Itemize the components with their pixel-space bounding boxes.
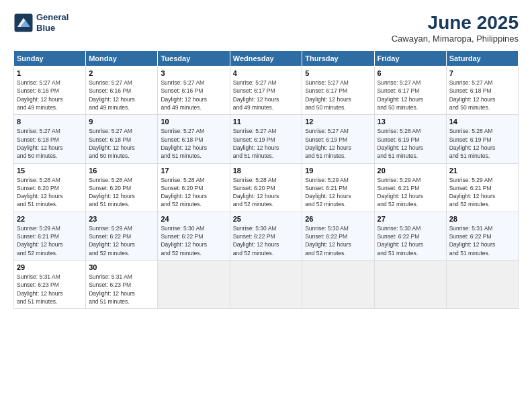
day-info: Sunrise: 5:31 AMSunset: 6:23 PMDaylight:… [17,273,83,306]
calendar-cell: 2Sunrise: 5:27 AMSunset: 6:16 PMDaylight… [86,66,158,115]
calendar-cell: 15Sunrise: 5:28 AMSunset: 6:20 PMDayligh… [14,163,86,212]
day-number: 17 [161,167,226,175]
calendar-cell: 22Sunrise: 5:29 AMSunset: 6:21 PMDayligh… [14,212,86,260]
day-number: 8 [17,118,83,126]
day-number: 20 [378,167,443,175]
calendar-cell: 10Sunrise: 5:27 AMSunset: 6:18 PMDayligh… [158,115,230,163]
weekday-tuesday: Tuesday [158,51,230,66]
day-info: Sunrise: 5:28 AMSunset: 6:19 PMDaylight:… [378,127,443,160]
calendar-week-4: 29Sunrise: 5:31 AMSunset: 6:23 PMDayligh… [14,261,519,309]
day-number: 10 [161,118,226,126]
day-info: Sunrise: 5:31 AMSunset: 6:23 PMDaylight:… [89,273,154,306]
day-number: 24 [161,215,226,223]
weekday-friday: Friday [374,51,446,66]
logo-text: General Blue [36,12,69,33]
header: General Blue June 2025 Cawayan, Mimaropa… [13,12,519,44]
day-number: 12 [305,118,371,126]
logo-line2: Blue [36,23,69,34]
day-number: 7 [449,69,515,77]
calendar-cell [374,261,446,309]
logo-icon [13,13,34,33]
day-number: 29 [17,263,83,271]
day-number: 30 [89,263,154,271]
day-info: Sunrise: 5:30 AMSunset: 6:22 PMDaylight:… [305,224,371,257]
calendar-cell [302,261,374,309]
calendar-cell: 24Sunrise: 5:30 AMSunset: 6:22 PMDayligh… [158,212,230,260]
day-number: 27 [378,215,443,223]
calendar: SundayMondayTuesdayWednesdayThursdayFrid… [13,50,519,309]
calendar-header: SundayMondayTuesdayWednesdayThursdayFrid… [14,51,519,66]
day-info: Sunrise: 5:27 AMSunset: 6:16 PMDaylight:… [17,79,83,111]
day-number: 16 [89,167,154,175]
calendar-cell: 13Sunrise: 5:28 AMSunset: 6:19 PMDayligh… [374,115,446,163]
calendar-week-3: 22Sunrise: 5:29 AMSunset: 6:21 PMDayligh… [14,212,519,260]
calendar-cell [446,261,518,309]
calendar-cell: 25Sunrise: 5:30 AMSunset: 6:22 PMDayligh… [230,212,302,260]
calendar-cell: 17Sunrise: 5:28 AMSunset: 6:20 PMDayligh… [158,163,230,212]
calendar-cell: 11Sunrise: 5:27 AMSunset: 6:19 PMDayligh… [230,115,302,163]
day-info: Sunrise: 5:29 AMSunset: 6:21 PMDaylight:… [378,176,443,209]
calendar-cell: 27Sunrise: 5:30 AMSunset: 6:22 PMDayligh… [374,212,446,260]
calendar-body: 1Sunrise: 5:27 AMSunset: 6:16 PMDaylight… [14,66,519,309]
calendar-week-2: 15Sunrise: 5:28 AMSunset: 6:20 PMDayligh… [14,163,519,212]
calendar-cell: 29Sunrise: 5:31 AMSunset: 6:23 PMDayligh… [14,261,86,309]
day-number: 5 [305,69,371,77]
calendar-cell: 12Sunrise: 5:27 AMSunset: 6:19 PMDayligh… [302,115,374,163]
day-info: Sunrise: 5:27 AMSunset: 6:19 PMDaylight:… [305,127,371,160]
weekday-sunday: Sunday [14,51,86,66]
calendar-cell: 23Sunrise: 5:29 AMSunset: 6:22 PMDayligh… [86,212,158,260]
day-number: 23 [89,215,154,223]
weekday-thursday: Thursday [302,51,374,66]
calendar-week-0: 1Sunrise: 5:27 AMSunset: 6:16 PMDaylight… [14,66,519,115]
calendar-cell: 28Sunrise: 5:31 AMSunset: 6:22 PMDayligh… [446,212,518,260]
day-info: Sunrise: 5:28 AMSunset: 6:20 PMDaylight:… [161,176,226,209]
calendar-cell: 8Sunrise: 5:27 AMSunset: 6:18 PMDaylight… [14,115,86,163]
calendar-cell: 5Sunrise: 5:27 AMSunset: 6:17 PMDaylight… [302,66,374,115]
weekday-monday: Monday [86,51,158,66]
calendar-cell: 21Sunrise: 5:29 AMSunset: 6:21 PMDayligh… [446,163,518,212]
calendar-cell [158,261,230,309]
day-number: 14 [449,118,515,126]
day-info: Sunrise: 5:27 AMSunset: 6:17 PMDaylight:… [305,79,371,111]
day-number: 1 [17,69,83,77]
calendar-cell: 19Sunrise: 5:29 AMSunset: 6:21 PMDayligh… [302,163,374,212]
day-info: Sunrise: 5:27 AMSunset: 6:16 PMDaylight:… [161,79,226,111]
calendar-cell: 26Sunrise: 5:30 AMSunset: 6:22 PMDayligh… [302,212,374,260]
day-info: Sunrise: 5:27 AMSunset: 6:17 PMDaylight:… [233,79,299,111]
day-number: 3 [161,69,226,77]
day-info: Sunrise: 5:27 AMSunset: 6:19 PMDaylight:… [233,127,299,160]
day-info: Sunrise: 5:27 AMSunset: 6:18 PMDaylight:… [17,127,83,160]
day-number: 9 [89,118,154,126]
day-info: Sunrise: 5:27 AMSunset: 6:18 PMDaylight:… [161,127,226,160]
day-info: Sunrise: 5:29 AMSunset: 6:21 PMDaylight:… [17,224,83,257]
day-info: Sunrise: 5:29 AMSunset: 6:22 PMDaylight:… [89,224,154,257]
day-number: 22 [17,215,83,223]
calendar-cell: 30Sunrise: 5:31 AMSunset: 6:23 PMDayligh… [86,261,158,309]
calendar-cell: 18Sunrise: 5:28 AMSunset: 6:20 PMDayligh… [230,163,302,212]
day-number: 2 [89,69,154,77]
month-title: June 2025 [392,12,519,34]
day-info: Sunrise: 5:30 AMSunset: 6:22 PMDaylight:… [233,224,299,257]
calendar-cell: 1Sunrise: 5:27 AMSunset: 6:16 PMDaylight… [14,66,86,115]
calendar-cell: 14Sunrise: 5:28 AMSunset: 6:19 PMDayligh… [446,115,518,163]
calendar-cell: 9Sunrise: 5:27 AMSunset: 6:18 PMDaylight… [86,115,158,163]
day-info: Sunrise: 5:29 AMSunset: 6:21 PMDaylight:… [305,176,371,209]
title-block: June 2025 Cawayan, Mimaropa, Philippines [392,12,519,44]
day-info: Sunrise: 5:31 AMSunset: 6:22 PMDaylight:… [449,224,515,257]
day-info: Sunrise: 5:27 AMSunset: 6:16 PMDaylight:… [89,79,154,111]
day-info: Sunrise: 5:29 AMSunset: 6:21 PMDaylight:… [449,176,515,209]
logo-line1: General [36,12,69,23]
calendar-cell: 7Sunrise: 5:27 AMSunset: 6:18 PMDaylight… [446,66,518,115]
calendar-cell [230,261,302,309]
page: General Blue June 2025 Cawayan, Mimaropa… [0,0,532,411]
calendar-week-1: 8Sunrise: 5:27 AMSunset: 6:18 PMDaylight… [14,115,519,163]
day-info: Sunrise: 5:30 AMSunset: 6:22 PMDaylight:… [378,224,443,257]
day-info: Sunrise: 5:28 AMSunset: 6:20 PMDaylight:… [89,176,154,209]
day-number: 19 [305,167,371,175]
weekday-row: SundayMondayTuesdayWednesdayThursdayFrid… [14,51,519,66]
calendar-cell: 4Sunrise: 5:27 AMSunset: 6:17 PMDaylight… [230,66,302,115]
day-info: Sunrise: 5:30 AMSunset: 6:22 PMDaylight:… [161,224,226,257]
day-info: Sunrise: 5:27 AMSunset: 6:17 PMDaylight:… [378,79,443,111]
day-info: Sunrise: 5:28 AMSunset: 6:20 PMDaylight:… [233,176,299,209]
day-info: Sunrise: 5:27 AMSunset: 6:18 PMDaylight:… [89,127,154,160]
